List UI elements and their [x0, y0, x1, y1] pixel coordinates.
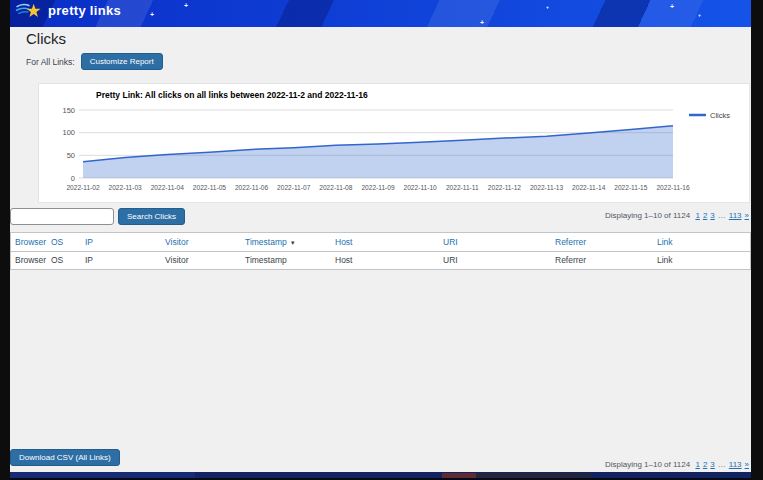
bottom-window-edge	[10, 472, 751, 480]
bottom-actions-row: Download CSV (All Links) Displaying 1–10…	[10, 449, 751, 469]
pretty-links-logo: pretty links	[16, 2, 121, 19]
page-links: 123…113»	[692, 211, 749, 220]
sparkle-icon: +	[150, 11, 154, 18]
sparkle-icon: +	[670, 3, 674, 10]
svg-text:2022-11-14: 2022-11-14	[572, 184, 606, 191]
clicks-table: BrowserOSIPVisitorTimestamp▼HostURIRefer…	[11, 233, 750, 269]
column-header-visitor: Visitor	[161, 251, 241, 269]
svg-text:2022-11-06: 2022-11-06	[235, 184, 269, 191]
filter-label: For All Links:	[26, 57, 75, 67]
column-header-visitor[interactable]: Visitor	[161, 233, 241, 251]
browser-viewport: pretty links + + + + + + Clicks For All …	[0, 0, 763, 480]
page-link[interactable]: 3	[710, 460, 714, 469]
svg-text:2022-11-02: 2022-11-02	[66, 184, 100, 191]
column-header-uri[interactable]: URI	[439, 233, 551, 251]
svg-text:2022-11-04: 2022-11-04	[151, 184, 185, 191]
svg-text:150: 150	[62, 106, 75, 115]
page-links: 123…113»	[692, 460, 749, 469]
svg-text:2022-11-16: 2022-11-16	[656, 184, 690, 191]
clicks-chart-card: Pretty Link: All clicks on all links bet…	[38, 83, 750, 203]
column-header-ip[interactable]: IP	[81, 233, 161, 251]
report-filter-row: For All Links: Customize Report	[26, 53, 163, 70]
brand-header: pretty links + + + + + +	[10, 0, 751, 27]
column-header-host[interactable]: Host	[331, 233, 439, 251]
pagination-bottom: Displaying 1–10 of 1124 123…113»	[605, 460, 749, 469]
admin-page: pretty links + + + + + + Clicks For All …	[10, 0, 751, 480]
svg-text:2022-11-05: 2022-11-05	[193, 184, 227, 191]
search-row: Search Clicks Displaying 1–10 of 1124 12…	[10, 208, 751, 228]
page-link[interactable]: 113	[729, 460, 742, 469]
sparkle-icon: +	[698, 12, 701, 19]
displaying-count: Displaying 1–10 of 1124	[605, 460, 690, 469]
svg-text:2022-11-08: 2022-11-08	[319, 184, 353, 191]
page-link[interactable]: 2	[703, 211, 707, 220]
page-link[interactable]: 2	[703, 460, 707, 469]
clicks-table-card: BrowserOSIPVisitorTimestamp▼HostURIRefer…	[10, 232, 751, 270]
column-header-os: OS	[47, 251, 81, 269]
column-header-browser: Browser	[11, 251, 47, 269]
sparkle-icon: +	[184, 2, 188, 9]
column-header-link: Link	[653, 251, 750, 269]
sort-desc-icon: ▼	[290, 240, 296, 246]
download-csv-button[interactable]: Download CSV (All Links)	[10, 449, 120, 466]
svg-text:2022-11-10: 2022-11-10	[404, 184, 438, 191]
column-header-ip: IP	[81, 251, 161, 269]
page-link[interactable]: »	[745, 211, 749, 220]
page-link[interactable]: 1	[695, 460, 699, 469]
svg-text:Clicks: Clicks	[710, 111, 730, 120]
page-link[interactable]: 3	[710, 211, 714, 220]
svg-text:50: 50	[67, 151, 75, 160]
column-header-timestamp: Timestamp	[241, 251, 331, 269]
page-ellipsis: …	[718, 211, 726, 220]
sparkle-icon: +	[480, 19, 484, 26]
page-link[interactable]: »	[745, 460, 749, 469]
column-header-uri: URI	[439, 251, 551, 269]
pagination-top: Displaying 1–10 of 1124 123…113»	[605, 211, 749, 220]
page-title: Clicks	[26, 30, 66, 47]
page-ellipsis: …	[718, 460, 726, 469]
shooting-star-icon	[16, 2, 43, 19]
chart-title: Pretty Link: All clicks on all links bet…	[96, 90, 368, 100]
clicks-area-chart: 1501005002022-11-022022-11-032022-11-042…	[45, 102, 745, 202]
sparkle-icon: +	[546, 4, 549, 11]
displaying-count: Displaying 1–10 of 1124	[605, 211, 690, 220]
column-header-link[interactable]: Link	[653, 233, 750, 251]
svg-text:0: 0	[71, 174, 75, 183]
search-clicks-button[interactable]: Search Clicks	[118, 208, 185, 225]
svg-text:2022-11-09: 2022-11-09	[361, 184, 395, 191]
column-header-referrer: Referrer	[551, 251, 653, 269]
svg-text:2022-11-07: 2022-11-07	[277, 184, 311, 191]
svg-text:2022-11-03: 2022-11-03	[109, 184, 143, 191]
column-header-browser[interactable]: Browser	[11, 233, 47, 251]
page-link[interactable]: 113	[729, 211, 742, 220]
svg-text:100: 100	[62, 128, 75, 137]
svg-text:2022-11-13: 2022-11-13	[530, 184, 564, 191]
search-input[interactable]	[10, 208, 114, 225]
column-header-os[interactable]: OS	[47, 233, 81, 251]
svg-text:2022-11-11: 2022-11-11	[446, 184, 479, 191]
column-header-timestamp[interactable]: Timestamp▼	[241, 233, 331, 251]
column-header-referrer[interactable]: Referrer	[551, 233, 653, 251]
customize-report-button[interactable]: Customize Report	[81, 53, 163, 70]
brand-name: pretty links	[48, 3, 121, 18]
svg-text:2022-11-15: 2022-11-15	[614, 184, 648, 191]
column-header-host: Host	[331, 251, 439, 269]
svg-text:2022-11-12: 2022-11-12	[488, 184, 522, 191]
page-link[interactable]: 1	[695, 211, 699, 220]
